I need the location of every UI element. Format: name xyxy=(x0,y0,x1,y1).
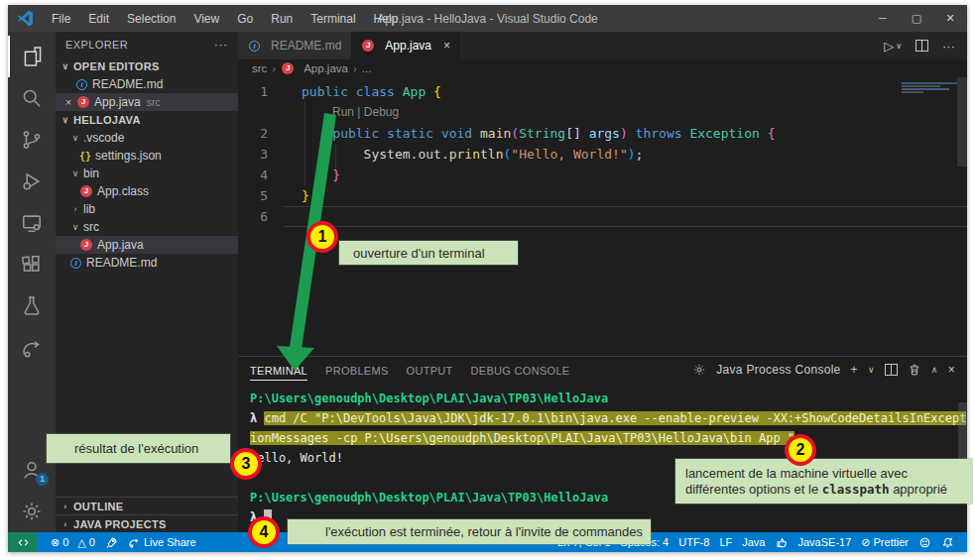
encoding-setting[interactable]: UTF-8 xyxy=(673,536,714,548)
breadcrumb-file: App.java xyxy=(304,62,348,74)
settings-gear-icon[interactable] xyxy=(8,491,56,532)
kill-terminal-trash-icon[interactable] xyxy=(908,363,921,377)
code-line-2[interactable]: 2 public static void main(String[] args)… xyxy=(238,123,967,144)
language-mode[interactable]: Java xyxy=(737,536,770,548)
split-editor-icon[interactable] xyxy=(915,40,928,52)
panel-tab-output[interactable]: OUTPUT xyxy=(407,360,453,381)
panel-tab-debug-console[interactable]: DEBUG CONSOLE xyxy=(471,360,570,381)
breadcrumb-symbol: ... xyxy=(362,62,372,74)
split-terminal-icon[interactable] xyxy=(885,364,898,376)
java-file-icon: J xyxy=(77,96,89,108)
java-file-icon: J xyxy=(362,40,374,52)
tab-README.md[interactable]: iREADME.md xyxy=(238,32,351,59)
formatter-status[interactable]: ⊘ Prettier xyxy=(856,536,914,549)
codelens-run-debug[interactable]: Run | Debug xyxy=(284,102,399,123)
open-editor-App.java[interactable]: × JApp.java src xyxy=(56,93,238,111)
editor-actions: ▷∨ ··· xyxy=(884,32,967,59)
sidebar-title: EXPLORER xyxy=(65,39,128,51)
codelens-row: Run | Debug xyxy=(238,102,967,123)
info-file-icon: i xyxy=(76,79,87,90)
menu-selection[interactable]: Selection xyxy=(119,8,183,30)
open-editors-header[interactable]: ∨OPEN EDITORS xyxy=(56,57,238,75)
window-controls: ─ ▢ ✕ xyxy=(866,6,967,31)
close-button[interactable]: ✕ xyxy=(933,6,967,31)
open-editor-README.md[interactable]: iREADME.md xyxy=(56,75,238,93)
account-badge: 1 xyxy=(36,473,49,486)
live-share-button[interactable]: Live Share xyxy=(123,536,201,549)
thumbs-up-icon[interactable] xyxy=(771,536,793,549)
remote-indicator[interactable] xyxy=(8,532,38,552)
menu-file[interactable]: File xyxy=(44,8,78,30)
tree-item-src[interactable]: ∨src xyxy=(56,218,238,236)
breadcrumb[interactable]: src › J App.java › ... xyxy=(238,59,967,77)
tree-item-App.java[interactable]: JApp.java xyxy=(56,236,238,254)
terminal-selector[interactable]: Java Process Console xyxy=(716,363,840,377)
close-editor-icon[interactable]: × xyxy=(61,96,75,108)
tree-item-bin[interactable]: ∨bin xyxy=(56,165,238,182)
java-file-icon: J xyxy=(80,185,92,197)
open-editors-section: ∨OPEN EDITORS iREADME.md × JApp.java src xyxy=(56,57,238,111)
tab-App.java[interactable]: JApp.java × xyxy=(351,32,460,59)
code-line-1[interactable]: 1 public class App { xyxy=(238,81,967,102)
code-line-3[interactable]: 3 System.out.println("Hello, World!"); xyxy=(238,144,967,165)
annotation-step-2-badge: 2 xyxy=(785,434,816,466)
tree-item-HELLOJAVA[interactable]: ∨HELLOJAVA xyxy=(56,111,238,129)
tree-item-lib[interactable]: ›lib xyxy=(56,200,238,218)
code-line-4[interactable]: 4 } xyxy=(238,165,967,185)
sidebar-more-icon[interactable]: ··· xyxy=(214,39,228,51)
editor-tab-bar: iREADME.md JApp.java × ▷∨ ··· xyxy=(238,32,967,59)
close-tab-icon[interactable]: × xyxy=(443,39,450,53)
code-line-5[interactable]: 5 } xyxy=(238,185,967,206)
remote-explorer-icon[interactable] xyxy=(8,202,56,244)
source-control-icon[interactable] xyxy=(8,119,56,161)
menu-run[interactable]: Run xyxy=(263,8,301,30)
terminal-output[interactable]: P:\Users\genoudph\Desktop\PLAI\Java\TP03… xyxy=(238,383,967,532)
maximize-button[interactable]: ▢ xyxy=(900,6,933,31)
code-line-6[interactable]: 6 xyxy=(238,206,967,227)
eol-setting[interactable]: LF xyxy=(714,536,737,548)
java-status-rocket-icon[interactable] xyxy=(100,536,123,549)
maximize-panel-icon[interactable]: ∧ xyxy=(931,365,938,375)
tree-item-settings.json[interactable]: {}settings.json xyxy=(56,147,238,165)
panel-tab-problems[interactable]: PROBLEMS xyxy=(325,360,389,381)
search-icon[interactable] xyxy=(8,77,56,119)
minimize-button[interactable]: ─ xyxy=(866,6,900,31)
info-file-icon: i xyxy=(70,258,81,269)
live-share-icon[interactable] xyxy=(8,327,56,369)
panel-tab-terminal[interactable]: TERMINAL xyxy=(250,360,307,381)
menu-terminal[interactable]: Terminal xyxy=(303,8,363,30)
explorer-icon[interactable] xyxy=(8,36,56,77)
current-line-highlight xyxy=(284,206,967,227)
java-file-icon: J xyxy=(282,62,294,74)
error-count: 0 xyxy=(62,536,68,548)
tree-item-.vscode[interactable]: ∨.vscode xyxy=(56,129,238,147)
terminal-command: ionMessages -cp P:\Users\genoudph\Deskto… xyxy=(250,428,967,448)
warning-count: 0 xyxy=(89,536,95,548)
terminal-dropdown-icon[interactable]: ∨ xyxy=(868,365,875,375)
new-terminal-icon[interactable]: + xyxy=(851,363,858,377)
testing-flask-icon[interactable] xyxy=(8,285,56,327)
menu-help[interactable]: Help xyxy=(366,8,407,30)
chevron-down-icon: ∨ xyxy=(60,61,71,71)
annotation-step-4-badge: 4 xyxy=(248,516,280,548)
section-outline[interactable]: ›OUTLINE xyxy=(56,497,238,514)
problems-indicator[interactable]: ⊗ 0 △ 0 xyxy=(46,536,100,549)
extensions-icon[interactable] xyxy=(8,244,56,285)
run-java-button[interactable]: ▷∨ xyxy=(884,39,902,54)
run-debug-icon[interactable] xyxy=(8,161,56,202)
menu-edit[interactable]: Edit xyxy=(80,8,117,30)
minimap[interactable] xyxy=(902,81,957,101)
editor-more-icon[interactable]: ··· xyxy=(942,39,955,54)
menu-go[interactable]: Go xyxy=(229,8,261,30)
prettier-disabled-icon: ⊘ xyxy=(861,536,870,549)
close-panel-icon[interactable]: × xyxy=(948,363,955,377)
menu-view[interactable]: View xyxy=(185,8,227,30)
java-runtime[interactable]: JavaSE-17 xyxy=(793,536,857,548)
code-editor[interactable]: 1 public class App { Run | Debug 2 publi… xyxy=(238,77,967,356)
notifications-bell-icon[interactable] xyxy=(936,536,959,549)
tree-item-README.md[interactable]: iREADME.md xyxy=(56,254,238,272)
feedback-smiley-icon[interactable] xyxy=(914,536,936,549)
editor-scrollbar[interactable] xyxy=(957,77,967,167)
section-java-projects[interactable]: ›JAVA PROJECTS xyxy=(56,514,238,532)
tree-item-App.class[interactable]: JApp.class xyxy=(56,182,238,200)
